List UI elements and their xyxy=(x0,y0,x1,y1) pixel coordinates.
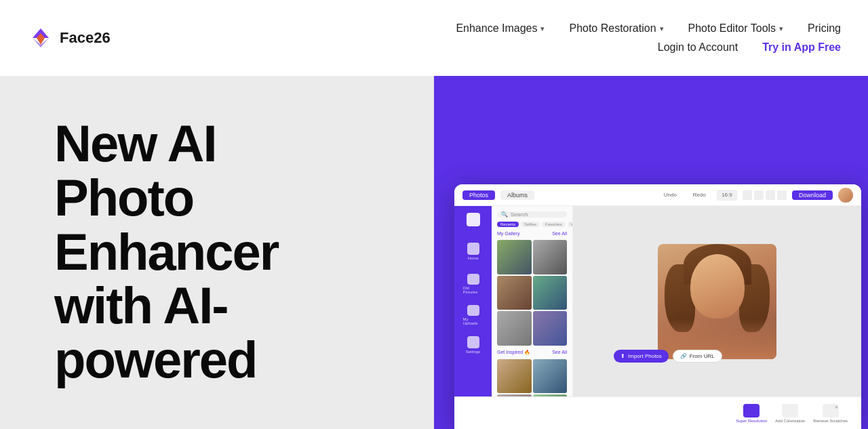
bottom-tool-colorization[interactable]: Add Colorization xyxy=(775,404,805,423)
filter-recents[interactable]: Recents xyxy=(497,222,519,227)
import-photos-btn[interactable]: ⬆ Import Photos xyxy=(614,350,669,363)
editor-chevron-icon: ▾ xyxy=(779,24,783,33)
bottom-tool-super-resolution[interactable]: Super Resolution xyxy=(736,404,767,423)
mockup-sidebar: Home Old Pictures My Uploads Settings xyxy=(454,206,492,396)
mockup-download-btn[interactable]: Download xyxy=(792,190,833,200)
from-url-btn[interactable]: 🔗 From URL xyxy=(673,350,722,363)
app-mockup: Photos Albums Undo Redo 16:9 Download xyxy=(454,184,861,429)
nav-row-top: Enhance Images ▾ Photo Restoration ▾ Pho… xyxy=(456,22,841,35)
logo-area[interactable]: Face26 xyxy=(27,24,111,52)
gallery-section-my-gallery: My Gallery See All xyxy=(497,231,567,236)
gallery-thumb-3[interactable] xyxy=(497,276,532,310)
sidebar-icon-home[interactable]: Home xyxy=(463,243,484,263)
gallery-grid-inspired xyxy=(497,359,567,397)
face26-logo-icon xyxy=(27,24,54,52)
mockup-gallery-panel: 🔍 Search Recents Selfies Favorites Wi...… xyxy=(492,206,573,396)
hero-right-panel: Photos Albums Undo Redo 16:9 Download xyxy=(434,76,868,429)
nav-photo-editor-tools[interactable]: Photo Editor Tools ▾ xyxy=(688,22,784,35)
mockup-canvas: ⬆ Import Photos 🔗 From URL xyxy=(573,206,861,396)
gallery-thumb-6[interactable] xyxy=(533,311,568,346)
mockup-tab-albums[interactable]: Albums xyxy=(500,190,534,200)
header-nav: Enhance Images ▾ Photo Restoration ▾ Pho… xyxy=(111,22,841,54)
restoration-chevron-icon: ▾ xyxy=(660,24,664,33)
sidebar-icon-old-pictures[interactable]: Old Pictures xyxy=(463,274,484,294)
nav-pricing[interactable]: Pricing xyxy=(808,22,841,35)
gallery-grid-main xyxy=(497,240,567,346)
gallery-thumb-5[interactable] xyxy=(497,311,532,346)
header: Face26 Enhance Images ▾ Photo Restoratio… xyxy=(0,0,868,76)
import-bar: ⬆ Import Photos 🔗 From URL xyxy=(614,350,722,363)
gallery-filter-row: Recents Selfies Favorites Wi... xyxy=(497,222,567,227)
nav-photo-restoration[interactable]: Photo Restoration ▾ xyxy=(569,22,663,35)
hero-panel: New AI Photo Enhancer with AI- powered xyxy=(0,76,434,429)
mockup-bottom-toolbar: Super Resolution Add Colorization ✕ Remo… xyxy=(454,396,861,429)
sidebar-icon-settings[interactable]: Settings xyxy=(463,336,484,356)
nav-row-bottom: Login to Account Try in App Free xyxy=(658,41,841,54)
canvas-photo xyxy=(658,244,776,359)
filter-selfies[interactable]: Selfies xyxy=(521,222,540,227)
sidebar-icon-uploads[interactable]: My Uploads xyxy=(463,305,484,325)
main-content: New AI Photo Enhancer with AI- powered P… xyxy=(0,76,868,429)
mockup-redo-btn[interactable]: Redo xyxy=(688,190,711,199)
gallery-inspired-1[interactable] xyxy=(497,359,532,394)
filter-wi[interactable]: Wi... xyxy=(568,222,573,227)
filter-favorites[interactable]: Favorites xyxy=(542,222,566,227)
login-button[interactable]: Login to Account xyxy=(658,41,738,54)
mockup-body: Home Old Pictures My Uploads Settings xyxy=(454,206,861,396)
gallery-thumb-2[interactable] xyxy=(533,240,568,274)
try-app-button[interactable]: Try in App Free xyxy=(762,41,841,54)
gallery-thumb-1[interactable] xyxy=(497,240,532,274)
gallery-thumb-4[interactable] xyxy=(533,276,568,310)
hero-title: New AI Photo Enhancer with AI- powered xyxy=(54,117,393,387)
mockup-tab-photos[interactable]: Photos xyxy=(462,190,495,200)
gallery-inspired-2[interactable] xyxy=(533,359,568,394)
mockup-toolbar: Photos Albums Undo Redo 16:9 Download xyxy=(454,184,861,206)
enhance-chevron-icon: ▾ xyxy=(540,24,545,33)
mockup-undo-btn[interactable]: Undo xyxy=(658,190,682,199)
logo-text: Face26 xyxy=(60,29,111,47)
nav-enhance-images[interactable]: Enhance Images ▾ xyxy=(456,22,545,35)
gallery-section-inspired: Get Inspired 🔥 See All xyxy=(497,350,567,355)
bottom-tool-remove-scratches[interactable]: ✕ Remove Scratches xyxy=(813,404,848,423)
gallery-search[interactable]: 🔍 Search xyxy=(497,211,567,218)
